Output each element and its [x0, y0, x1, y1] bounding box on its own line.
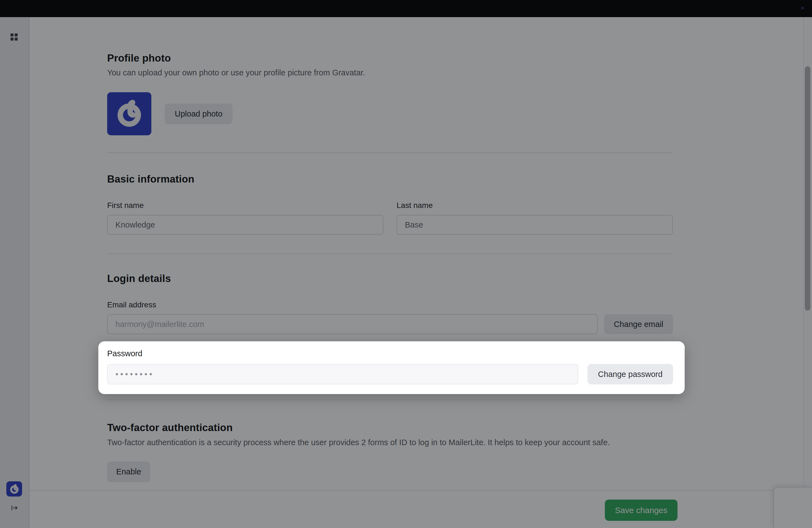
topbar-notification-dot	[801, 6, 804, 10]
password-label: Password	[107, 349, 142, 358]
profile-photo-title: Profile photo	[107, 53, 171, 64]
upload-photo-button[interactable]: Upload photo	[164, 104, 233, 124]
section-divider	[107, 152, 673, 153]
last-name-input[interactable]	[396, 215, 673, 235]
two-factor-title: Two-factor authentication	[107, 422, 233, 434]
first-name-label: First name	[107, 201, 144, 210]
gravatar-logo-icon[interactable]	[6, 481, 22, 497]
logout-icon[interactable]	[11, 505, 18, 512]
corner-widget-card[interactable]	[773, 487, 812, 528]
section-divider	[107, 253, 673, 254]
section-divider	[107, 400, 673, 400]
save-changes-button[interactable]: Save changes	[605, 500, 678, 521]
change-password-button[interactable]: Change password	[588, 364, 673, 384]
email-input[interactable]	[107, 314, 598, 334]
avatar	[107, 92, 151, 135]
footer-divider	[30, 490, 803, 491]
gravatar-glyph-icon	[114, 98, 145, 129]
password-spotlight-card: Password Change password	[98, 341, 685, 394]
basic-information-title: Basic information	[107, 173, 194, 185]
app-grid-icon[interactable]	[11, 33, 18, 42]
sidebar	[0, 17, 30, 528]
scrollbar-track[interactable]	[803, 17, 812, 528]
profile-photo-description: You can upload your own photo or use you…	[107, 68, 365, 77]
change-email-button[interactable]: Change email	[604, 314, 673, 334]
account-settings-page: Profile photo You can upload your own ph…	[0, 0, 812, 528]
top-bar	[0, 0, 812, 17]
scrollbar-thumb[interactable]	[805, 66, 810, 311]
login-details-title: Login details	[107, 273, 171, 284]
enable-2fa-button[interactable]: Enable	[107, 461, 150, 482]
two-factor-description: Two-factor authentication is a security …	[107, 438, 610, 447]
password-input[interactable]	[107, 364, 578, 384]
email-address-label: Email address	[107, 300, 156, 309]
first-name-input[interactable]	[107, 215, 383, 235]
last-name-label: Last name	[396, 201, 433, 210]
